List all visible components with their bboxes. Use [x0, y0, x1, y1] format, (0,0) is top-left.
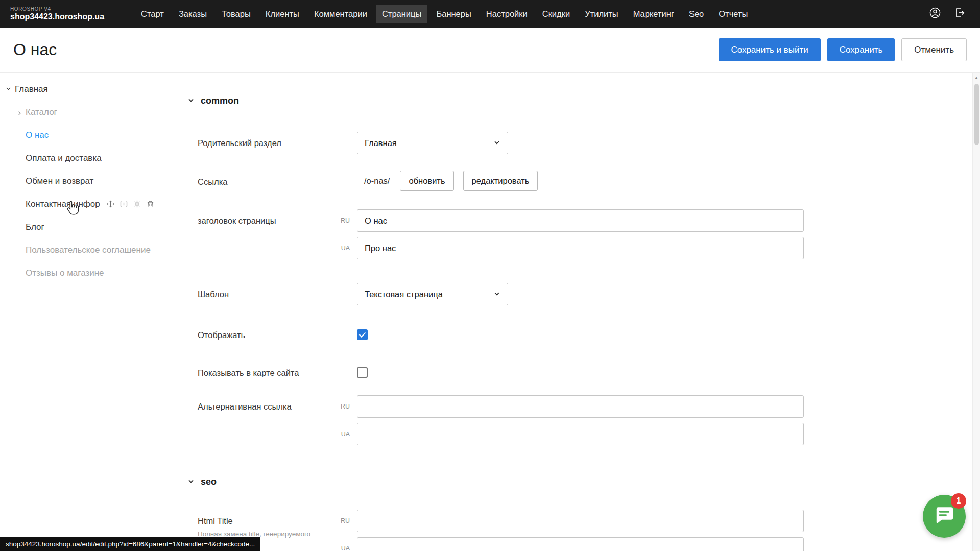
sidebar-item-obmen-i-vozvrat[interactable]: Обмен и возврат — [0, 170, 179, 193]
section-seo-label: seo — [201, 476, 217, 487]
chevron-down-icon — [187, 95, 195, 106]
edit-link-button[interactable]: редактировать — [463, 171, 538, 191]
vertical-scrollbar[interactable]: ▲ — [972, 73, 980, 551]
nav-item-orders[interactable]: Заказы — [173, 5, 213, 23]
nav-item-clients[interactable]: Клиенты — [259, 5, 305, 23]
sidebar-item-glavnaya[interactable]: Главная — [0, 78, 179, 101]
page-title: О нас — [13, 40, 57, 59]
link-label: Ссылка — [198, 171, 333, 193]
alt-link-ua-input[interactable] — [357, 423, 804, 445]
sidebar-item-label: Отзывы о магазине — [26, 268, 104, 278]
nav-item-comments[interactable]: Комментарии — [308, 5, 373, 23]
page-title-ua-input[interactable] — [357, 237, 804, 259]
chevron-down-icon — [493, 290, 500, 299]
sitemap-label: Показывать в карте сайта — [198, 362, 333, 384]
cancel-button[interactable]: Отменить — [901, 38, 967, 61]
logout-button[interactable] — [953, 7, 966, 21]
page-title-row: заголовок страницы RU UA — [187, 209, 980, 259]
html-title-row: Html Title Полная замена title, генериру… — [187, 510, 980, 551]
section-common-toggle[interactable]: common — [187, 94, 980, 107]
brand-domain: shop34423.horoshop.ua — [10, 12, 104, 21]
parent-section-row: Родительский раздел Главная — [187, 132, 980, 154]
display-row: Отображать — [187, 324, 980, 346]
nav-item-start[interactable]: Старт — [135, 5, 170, 23]
brand[interactable]: HOROSHOP V4 shop34423.horoshop.ua — [10, 6, 104, 21]
save-button[interactable]: Сохранить — [827, 38, 895, 61]
nav-item-reports[interactable]: Отчеты — [712, 5, 754, 23]
sidebar-item-katalog[interactable]: Каталог — [0, 101, 179, 124]
topnav-right-actions — [929, 7, 970, 21]
nav-item-settings[interactable]: Настройки — [480, 5, 534, 23]
nav-item-products[interactable]: Товары — [216, 5, 257, 23]
template-row: Шаблон Текстовая страница — [187, 283, 980, 305]
html-title-label-block: Html Title Полная замена title, генериру… — [198, 510, 333, 540]
parent-section-select[interactable]: Главная — [357, 132, 508, 154]
sidebar-item-polzovatelskoe-soglashenie[interactable]: Пользовательское соглашение — [0, 238, 179, 261]
refresh-link-button[interactable]: обновить — [400, 171, 453, 191]
nav-item-pages[interactable]: Страницы — [376, 5, 427, 23]
nav-item-utilities[interactable]: Утилиты — [579, 5, 625, 23]
lang-tag-ru: RU — [333, 510, 357, 532]
nav-item-marketing[interactable]: Маркетинг — [627, 5, 680, 23]
move-icon[interactable] — [106, 200, 115, 208]
template-select[interactable]: Текстовая страница — [357, 283, 508, 305]
lang-tag-ua: UA — [333, 423, 357, 445]
settings-gear-icon[interactable] — [133, 200, 141, 208]
save-and-exit-button[interactable]: Сохранить и выйти — [719, 38, 820, 61]
parent-section-label: Родительский раздел — [198, 132, 333, 154]
nav-item-seo[interactable]: Seo — [683, 5, 710, 23]
page-edit-form: common Родительский раздел Главная Ссылк… — [179, 73, 980, 551]
person-icon — [929, 7, 941, 21]
sidebar-item-oplata-i-dostavka[interactable]: Оплата и доставка — [0, 147, 179, 170]
sidebar-item-otzyvy-o-magazine[interactable]: Отзывы о магазине — [0, 261, 179, 284]
chevron-down-icon[interactable] — [5, 84, 12, 94]
add-page-icon[interactable] — [119, 200, 128, 208]
pages-tree-sidebar: Главная Каталог О нас Оплата и доставка … — [0, 73, 179, 551]
sidebar-item-label: О нас — [26, 130, 49, 140]
lang-tag-ru: RU — [333, 395, 357, 418]
sitemap-row: Показывать в карте сайта — [187, 362, 980, 384]
sidebar-item-label: Контактная инфор — [26, 199, 100, 209]
chevron-right-icon[interactable] — [16, 109, 22, 119]
template-selected-value: Текстовая страница — [365, 290, 443, 299]
lang-tag-ru: RU — [333, 209, 357, 232]
template-label: Шаблон — [198, 283, 333, 305]
parent-section-selected-value: Главная — [365, 138, 397, 148]
logout-icon — [953, 7, 966, 21]
html-title-ua-input[interactable] — [357, 537, 804, 551]
alt-link-row: Альтернативная ссылка RU UA — [187, 395, 980, 445]
sidebar-item-blog[interactable]: Блог — [0, 215, 179, 238]
lang-tag-ua: UA — [333, 537, 357, 551]
html-title-label: Html Title — [198, 515, 333, 526]
brand-version: HOROSHOP V4 — [10, 6, 104, 12]
html-title-ru-input[interactable] — [357, 510, 804, 532]
sidebar-item-o-nas[interactable]: О нас — [0, 124, 179, 147]
sidebar-item-kontaktnaya-informatsiya[interactable]: Контактная инфор — [0, 193, 179, 215]
chat-widget-button[interactable]: 1 — [923, 495, 966, 538]
link-path-value: /o-nas/ — [364, 171, 390, 191]
account-button[interactable] — [929, 7, 941, 21]
page-title-ru-input[interactable] — [357, 209, 804, 232]
scroll-up-arrow[interactable]: ▲ — [973, 73, 980, 80]
sitemap-checkbox[interactable] — [357, 367, 368, 378]
display-label: Отображать — [198, 324, 333, 346]
top-navigation-bar: HOROSHOP V4 shop34423.horoshop.ua Старт … — [0, 0, 980, 28]
sidebar-item-label: Блог — [26, 222, 44, 232]
link-row: Ссылка /o-nas/ обновить редактировать — [187, 171, 980, 193]
sidebar-root-label: Главная — [15, 84, 48, 94]
nav-item-discounts[interactable]: Скидки — [536, 5, 576, 23]
alt-link-label: Альтернативная ссылка — [198, 395, 333, 418]
tree-item-hover-actions — [106, 200, 155, 208]
scrollbar-thumb[interactable] — [974, 84, 979, 145]
content-area: Главная Каталог О нас Оплата и доставка … — [0, 73, 980, 551]
display-checkbox[interactable] — [357, 329, 368, 340]
sidebar-item-label: Оплата и доставка — [26, 153, 102, 163]
header-actions: Сохранить и выйти Сохранить Отменить — [719, 38, 967, 61]
page-header: О нас Сохранить и выйти Сохранить Отмени… — [0, 28, 980, 73]
delete-trash-icon[interactable] — [146, 200, 155, 208]
page-title-label: заголовок страницы — [198, 209, 333, 232]
alt-link-ru-input[interactable] — [357, 395, 804, 418]
nav-item-banners[interactable]: Баннеры — [430, 5, 477, 23]
chat-bubble-icon — [933, 505, 955, 528]
section-seo-toggle[interactable]: seo — [187, 475, 980, 488]
